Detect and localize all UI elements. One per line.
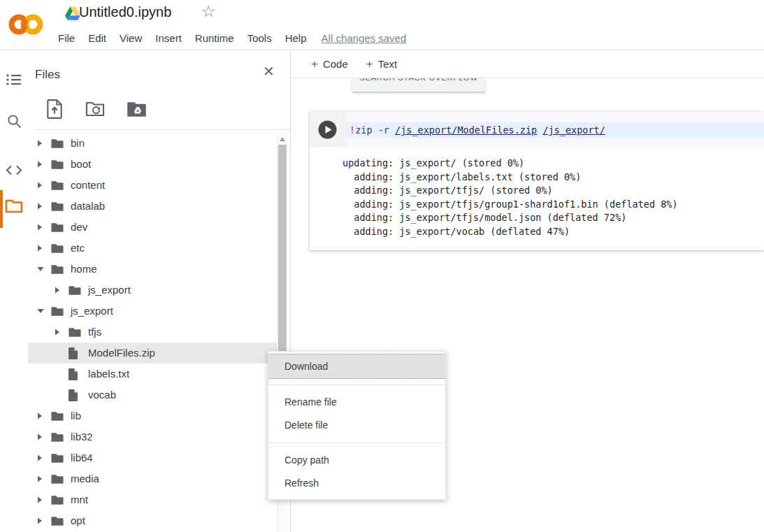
tree-item-dev[interactable]: dev [28, 217, 277, 238]
tree-item-media[interactable]: media [28, 468, 277, 489]
add-text-button[interactable]: + Text [366, 57, 397, 71]
app-header: Untitled0.ipynb ☆ FileEditViewInsertRunt… [0, 0, 764, 50]
file-context-menu: DownloadRename fileDelete fileCopy pathR… [268, 351, 446, 500]
chevron-right-icon[interactable] [37, 433, 44, 440]
tree-item-lib64[interactable]: lib64 [28, 447, 277, 468]
tree-item-label: mnt [71, 489, 88, 510]
tree-item-label: lib32 [71, 426, 93, 447]
folder-icon [51, 222, 64, 233]
context-menu-divider [268, 443, 445, 443]
tree-item-label: labels.txt [88, 364, 129, 384]
notebook-title[interactable]: Untitled0.ipynb [79, 4, 171, 20]
folder-icon [51, 516, 64, 526]
code-path-link[interactable]: /js_export/ModelFiles.zip [395, 124, 537, 136]
menu-runtime[interactable]: Runtime [195, 32, 234, 44]
tree-item-label: content [71, 175, 105, 196]
code-line[interactable]: !zip -r /js_export/ModelFiles.zip /js_ex… [346, 122, 764, 138]
tree-item-label: ModelFiles.zip [88, 343, 155, 364]
mount-drive-icon[interactable] [127, 101, 146, 117]
chevron-right-icon[interactable] [37, 517, 44, 524]
chevron-right-icon[interactable] [37, 140, 44, 147]
tree-item-vocab[interactable]: vocab [28, 384, 277, 405]
chevron-right-icon[interactable] [55, 329, 62, 336]
chevron-right-icon[interactable] [37, 496, 44, 503]
tree-item-js-export[interactable]: js_export [28, 301, 277, 322]
folder-icon [51, 201, 64, 212]
menu-edit[interactable]: Edit [88, 32, 106, 44]
chevron-down-icon[interactable] [37, 266, 44, 272]
folder-icon [51, 243, 64, 254]
add-code-button[interactable]: + Code [311, 57, 348, 71]
folder-icon [51, 180, 64, 191]
context-menu-refresh[interactable]: Refresh [268, 472, 445, 495]
chevron-right-icon[interactable] [37, 161, 44, 168]
code-snippets-icon[interactable] [0, 165, 28, 175]
close-icon[interactable]: ✕ [263, 64, 275, 78]
files-icon[interactable] [0, 199, 28, 214]
save-status-link[interactable]: All changes saved [322, 32, 407, 44]
files-toolbar [46, 99, 146, 119]
files-panel-title: Files [35, 68, 60, 82]
tree-item-label: vocab [88, 384, 116, 405]
search-icon[interactable] [0, 113, 28, 129]
chevron-right-icon[interactable] [37, 475, 44, 482]
tree-item-lib32[interactable]: lib32 [28, 426, 277, 447]
chevron-right-icon[interactable] [37, 203, 44, 210]
code-path-link[interactable]: /js_export/ [542, 124, 605, 136]
chevron-right-icon[interactable] [37, 454, 44, 461]
menu-tools[interactable]: Tools [247, 32, 272, 44]
tree-item-content[interactable]: content [28, 175, 277, 196]
menu-insert[interactable]: Insert [155, 32, 182, 44]
menu-help[interactable]: Help [285, 32, 307, 44]
cell-toolbar: + Code + Text [291, 50, 764, 78]
chevron-right-icon[interactable] [55, 287, 62, 294]
left-rail [0, 50, 28, 532]
table-of-contents-icon[interactable] [0, 73, 28, 86]
context-menu-download[interactable]: Download [268, 354, 445, 379]
tree-item-label: etc [71, 238, 85, 259]
tree-item-tfjs[interactable]: tfjs [28, 322, 277, 343]
tree-item-modelfiles-zip[interactable]: ModelFiles.zip [28, 343, 277, 364]
run-cell-button[interactable] [318, 120, 337, 139]
refresh-files-icon[interactable] [85, 101, 105, 117]
star-icon[interactable]: ☆ [201, 3, 216, 20]
chevron-right-icon[interactable] [37, 224, 44, 231]
chevron-down-icon[interactable] [37, 308, 44, 314]
tree-item-home[interactable]: home [28, 259, 277, 280]
upload-file-icon[interactable] [46, 99, 63, 119]
folder-icon [69, 285, 81, 296]
context-menu-rename-file[interactable]: Rename file [268, 391, 445, 414]
menu-bar: FileEditViewInsertRuntimeToolsHelpAll ch… [58, 29, 406, 46]
tree-item-opt[interactable]: opt [28, 510, 277, 531]
colab-app: Untitled0.ipynb ☆ FileEditViewInsertRunt… [0, 0, 764, 532]
tree-item-boot[interactable]: boot [28, 154, 277, 175]
tree-item-labels-txt[interactable]: labels.txt [28, 364, 277, 384]
scrollbar-up-arrow-icon[interactable] [278, 135, 287, 143]
colab-logo-icon[interactable] [8, 10, 44, 38]
menu-view[interactable]: View [120, 32, 142, 44]
tree-item-js-export[interactable]: js_export [28, 280, 277, 301]
code-cell: !zip -r /js_export/ModelFiles.zip /js_ex… [310, 112, 764, 250]
tree-item-etc[interactable]: etc [28, 238, 277, 259]
folder-icon [51, 264, 64, 275]
chevron-right-icon[interactable] [37, 182, 44, 189]
folder-icon [51, 474, 64, 484]
menu-file[interactable]: File [58, 32, 75, 44]
search-stack-overflow-button[interactable]: SEARCH STACK OVERFLOW [352, 78, 485, 92]
code-token: zip -r [355, 124, 395, 136]
cell-gutter [310, 112, 346, 148]
chevron-right-icon[interactable] [37, 245, 44, 252]
file-icon [69, 368, 81, 380]
tree-item-lib[interactable]: lib [28, 405, 277, 426]
tree-item-datalab[interactable]: datalab [28, 196, 277, 217]
tree-item-mnt[interactable]: mnt [28, 489, 277, 510]
tree-item-bin[interactable]: bin [28, 133, 277, 154]
context-menu-delete-file[interactable]: Delete file [268, 414, 445, 437]
chevron-right-icon[interactable] [37, 412, 44, 419]
add-text-label: Text [378, 58, 398, 70]
context-menu-copy-path[interactable]: Copy path [268, 449, 445, 472]
cell-output-text: updating: js_export/ (stored 0%) adding:… [343, 157, 764, 239]
code-editor[interactable]: !zip -r /js_export/ModelFiles.zip /js_ex… [346, 112, 764, 148]
tree-item-label: js_export [71, 301, 113, 322]
folder-icon [51, 453, 64, 463]
